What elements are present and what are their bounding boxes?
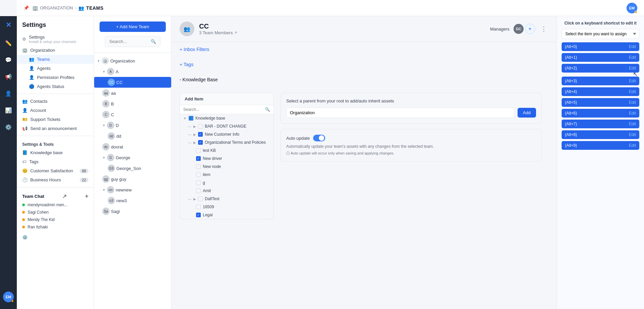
shortcut-btn-1[interactable]: (Alt+1) Edit <box>562 53 639 62</box>
add-team-button[interactable]: + Add New Team <box>100 21 166 32</box>
business-hours-link[interactable]: 🕐 Business Hours 22 <box>17 175 94 184</box>
tree-node-sagi[interactable]: Sa Sagi <box>94 206 171 217</box>
tree-node-cc[interactable]: CC CC <box>94 77 171 88</box>
kb-icon: 📘 <box>22 150 28 155</box>
settings-link-sub: Install & setup your channels <box>29 40 76 44</box>
knowledge-base-row[interactable]: - Knowledge Base <box>172 72 557 87</box>
item-bar-checkbox[interactable] <box>198 124 203 129</box>
pin-icon: 📌 <box>24 5 29 10</box>
nav-reports-icon[interactable]: 📊 <box>3 105 14 116</box>
tree-node-c[interactable]: C C <box>94 109 171 120</box>
item-new-customer-info[interactable]: — ▶ ✓ New Customer Info <box>180 130 273 138</box>
agents-status-item[interactable]: 🔵 Agents Status <box>17 82 94 91</box>
item-dafitest[interactable]: — ▶ DafiTest <box>180 195 273 203</box>
item-new-driver-checkbox[interactable]: ✓ <box>196 156 201 161</box>
account-link[interactable]: 👤 Account <box>17 106 94 115</box>
add-manager-button[interactable]: + <box>525 24 535 34</box>
teams-sub-label: Teams <box>37 57 50 62</box>
auto-update-toggle[interactable] <box>313 135 325 141</box>
item-search-input[interactable] <box>183 107 263 112</box>
item-16509-checkbox[interactable] <box>196 205 201 209</box>
add-inherit-button[interactable]: Add <box>518 108 536 118</box>
nav-settings-icon[interactable]: ⚙️ <box>3 122 14 132</box>
tree-node-newnew[interactable]: ▼ nn newnew <box>94 184 171 195</box>
item-g-checkbox[interactable] <box>196 180 201 185</box>
shortcut-btn-7[interactable]: (Alt+7) Edit <box>562 120 639 128</box>
knowledge-base-link[interactable]: 📘 Knowledge base <box>17 148 94 157</box>
tags-row[interactable]: + Tags <box>172 57 557 72</box>
item-new-node[interactable]: New node <box>180 163 273 171</box>
organization-link[interactable]: 🏢 Organization <box>17 46 94 55</box>
shortcut-btn-4[interactable]: (Alt+4) Edit <box>562 87 639 96</box>
team-chat-external-icon[interactable]: ↗ <box>62 193 67 200</box>
item-test-kb[interactable]: test KB <box>180 146 273 154</box>
shortcut-btn-6[interactable]: (Alt+6) Edit <box>562 109 639 118</box>
support-icon: 🎫 <box>22 117 28 122</box>
item-kb-root[interactable]: ▼ 📘 Knowledge base <box>180 114 273 122</box>
tree-node-aa[interactable]: aa aa <box>94 88 171 98</box>
nav-compose-icon[interactable]: ✏️ <box>3 38 14 48</box>
contacts-label: Contacts <box>30 99 47 104</box>
item-nci-checkbox[interactable]: ✓ <box>198 132 203 137</box>
item-org-terms[interactable]: — ▶ ✓ Organizational Terms and Policies <box>180 138 273 146</box>
team-chat-add-icon[interactable]: + <box>85 193 88 200</box>
kb-outer: Add Item 🔍 ▼ 📘 Knowledge base <box>180 93 548 219</box>
search-icon: 🔍 <box>151 39 156 44</box>
tree-node-new3[interactable]: n3 new3 <box>94 195 171 206</box>
logo-icon[interactable]: ✕ <box>3 19 14 30</box>
user-avatar-sidebar[interactable]: EM <box>3 292 14 302</box>
item-bar[interactable]: — ▶ BAR - DONT CHANGE <box>180 122 273 130</box>
item-new-node-checkbox[interactable] <box>196 164 201 169</box>
settings-gear-icon[interactable]: ⚙️ <box>17 231 94 240</box>
item-amit[interactable]: Amit <box>180 187 273 195</box>
tree-node-george-son[interactable]: GS George_Son <box>94 163 171 174</box>
tree-node-george[interactable]: ▼ G George <box>94 152 171 163</box>
shortcut-btn-5[interactable]: (Alt+5) Edit <box>562 98 639 107</box>
kebab-menu-button[interactable]: ⋮ <box>539 24 548 34</box>
tree-node-organization[interactable]: ▼ 🏢 Organization <box>94 55 171 66</box>
teams-item[interactable]: 👥 Teams <box>17 55 94 64</box>
tree-node-a[interactable]: ▼ A A <box>94 66 171 77</box>
shortcut-select[interactable]: Select the item you want to assign <box>562 29 639 39</box>
support-tickets-link[interactable]: 🎫 Support Tickets <box>17 115 94 124</box>
shortcut-btn-2[interactable]: (Alt+2) Edit ↖ <box>562 64 639 73</box>
inbox-filters-row[interactable]: + Inbox Filters <box>172 42 557 57</box>
shortcut-btn-0[interactable]: (Alt+0) Edit <box>562 42 639 51</box>
item-legal[interactable]: ✓ Legal <box>180 211 273 219</box>
item-item[interactable]: item <box>180 171 273 179</box>
shortcut-btn-9[interactable]: (Alt+9) Edit <box>562 141 639 150</box>
permission-profiles-item[interactable]: 👤 Permission Profiles <box>17 73 94 82</box>
item-test-kb-checkbox[interactable] <box>196 148 201 153</box>
tree-node-guy-guy[interactable]: gg guy guy <box>94 174 171 184</box>
item-org-terms-checkbox[interactable]: ✓ <box>198 140 203 145</box>
add-item-title: Add Item <box>180 93 273 105</box>
item-16509[interactable]: 16509 <box>180 203 273 211</box>
org-parent-select[interactable]: Organization <box>286 107 515 118</box>
tree-node-dovrat[interactable]: dv dovrat <box>94 141 171 152</box>
item-legal-checkbox[interactable]: ✓ <box>196 213 201 217</box>
org-search-input[interactable] <box>109 39 149 44</box>
tags-link[interactable]: 🏷 Tags <box>17 157 94 166</box>
customer-satisfaction-link[interactable]: 😊 Customer Satisfaction 88 <box>17 166 94 175</box>
team-member-0: mendynoadmin men... <box>17 201 94 209</box>
tree-node-d[interactable]: ▼ D D <box>94 120 171 131</box>
send-announcement-link[interactable]: 📢 Send an announcement <box>17 124 94 133</box>
item-new-driver[interactable]: ✓ New driver <box>180 154 273 163</box>
contacts-link[interactable]: 👥 Contacts <box>17 97 94 106</box>
settings-link[interactable]: ⚙ Settings Install & setup your channels <box>17 33 94 46</box>
item-dafitest-checkbox[interactable] <box>198 196 203 201</box>
user-avatar[interactable]: EM <box>627 3 637 13</box>
shortcut-btn-3[interactable]: (Alt+3) Edit <box>562 77 639 85</box>
tree-node-dd[interactable]: dd dd <box>94 131 171 141</box>
shortcut-btn-8[interactable]: (Alt+8) Edit <box>562 130 639 139</box>
item-item-checkbox[interactable] <box>196 172 201 177</box>
nav-announce-icon[interactable]: 📢 <box>3 71 14 82</box>
nav-contacts-icon[interactable]: 👤 <box>3 88 14 99</box>
item-amit-checkbox[interactable] <box>196 188 201 193</box>
agents-item[interactable]: 👤 Agents <box>17 64 94 73</box>
tree-node-b[interactable]: B B <box>94 98 171 109</box>
account-label: Account <box>30 108 46 113</box>
nav-inbox-icon[interactable]: 💬 <box>3 54 14 65</box>
item-g[interactable]: g <box>180 179 273 187</box>
org-icon: 🏢 <box>32 5 38 11</box>
